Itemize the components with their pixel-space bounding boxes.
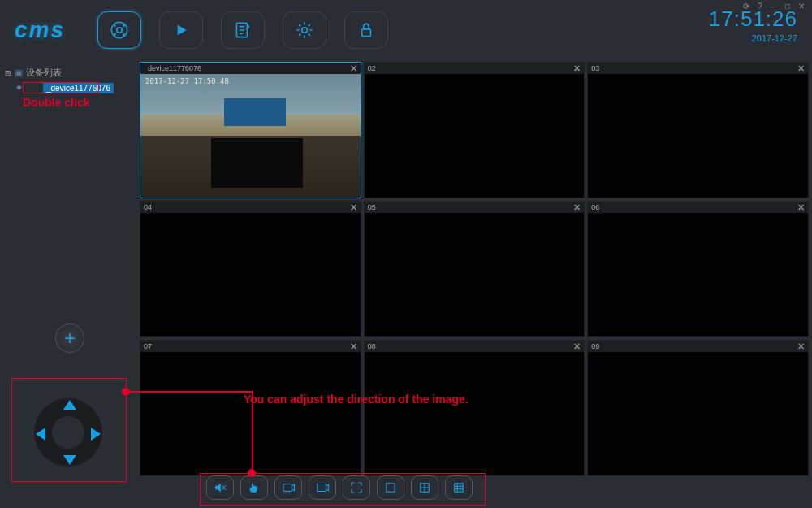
tile-close-icon[interactable]: ✕	[350, 341, 357, 352]
tile-close-icon[interactable]: ✕	[573, 341, 581, 352]
clock-time: 17:51:26	[709, 7, 797, 32]
svg-rect-11	[387, 484, 395, 493]
tile-label: 05	[368, 203, 376, 211]
mute-button[interactable]	[206, 475, 234, 500]
tile-close-icon[interactable]: ✕	[573, 202, 581, 213]
tree-device-item[interactable]: _device11776076	[43, 83, 114, 93]
tile-close-icon[interactable]: ✕	[797, 202, 805, 213]
svg-rect-9	[283, 484, 292, 492]
video-grid: _device11776076 ✕ 2017-12-27 17:50:48 02…	[140, 62, 809, 476]
add-device-button[interactable]: +	[55, 323, 84, 353]
folder-icon: ▣	[15, 67, 23, 78]
nav-log-button[interactable]	[221, 11, 265, 49]
video-tile-5[interactable]: 05✕	[364, 201, 585, 337]
video-osd: 2017-12-27 17:50:48	[145, 77, 229, 85]
tile-close-icon[interactable]: ✕	[350, 202, 357, 213]
nav-playback-button[interactable]	[159, 11, 203, 49]
tile-close-icon[interactable]: ✕	[350, 63, 357, 74]
ptz-left-button[interactable]	[36, 428, 45, 441]
tile-close-icon[interactable]: ✕	[573, 63, 581, 74]
camera-icon: ◆	[16, 83, 22, 91]
ptz-right-button[interactable]	[91, 428, 101, 441]
tree-root-label: 设备列表	[26, 67, 62, 79]
tile-label: 04	[144, 203, 152, 211]
record-button[interactable]	[309, 475, 336, 500]
window-close-icon[interactable]: ✕	[796, 1, 807, 11]
tile-label: 09	[591, 342, 599, 350]
layout-1-button[interactable]	[377, 475, 404, 500]
layout-4-button[interactable]	[411, 475, 438, 500]
video-tile-2[interactable]: 02✕	[364, 62, 585, 198]
tile-label: 03	[591, 64, 599, 72]
app-logo: cms	[15, 17, 65, 43]
clock-date: 2017-12-27	[709, 33, 797, 43]
svg-point-2	[114, 24, 116, 27]
nav-lock-button[interactable]	[344, 11, 388, 49]
pan-button[interactable]	[240, 475, 268, 500]
ptz-center[interactable]	[52, 416, 84, 449]
clock: 17:51:26 2017-12-27	[709, 7, 797, 43]
tile-label: _device11776076	[144, 64, 201, 72]
top-bar: cms ⟳ ? — □ ✕ 17:51:26 2017-12-27	[0, 0, 812, 60]
svg-point-0	[111, 22, 127, 38]
svg-rect-8	[362, 29, 371, 37]
svg-rect-13	[455, 484, 464, 493]
svg-point-1	[117, 28, 123, 33]
svg-point-3	[123, 24, 125, 27]
video-tile-8[interactable]: 08✕	[364, 340, 585, 476]
svg-point-5	[123, 33, 125, 36]
tree-root[interactable]: ⊟ ▣ 设备列表	[5, 67, 132, 79]
tile-label: 02	[368, 64, 376, 72]
video-tile-1[interactable]: _device11776076 ✕ 2017-12-27 17:50:48	[140, 62, 361, 198]
video-tile-6[interactable]: 06✕	[587, 201, 809, 337]
video-feed	[140, 74, 361, 198]
svg-point-7	[302, 28, 308, 33]
top-nav	[97, 11, 388, 49]
video-tile-7[interactable]: 07✕	[140, 340, 361, 476]
layout-9-button[interactable]	[445, 475, 473, 500]
tree-collapse-icon[interactable]: ⊟	[5, 69, 11, 77]
tile-close-icon[interactable]: ✕	[797, 341, 805, 352]
tile-header: _device11776076 ✕	[140, 63, 361, 74]
annotation-dot	[122, 388, 130, 396]
tile-label: 08	[368, 342, 376, 350]
ptz-up-button[interactable]	[63, 400, 76, 410]
video-tile-3[interactable]: 03✕	[587, 62, 809, 198]
nav-live-button[interactable]	[97, 11, 141, 49]
tile-close-icon[interactable]: ✕	[797, 63, 805, 74]
tile-label: 07	[144, 342, 152, 350]
bottom-toolbar	[200, 472, 479, 503]
ptz-control	[24, 389, 112, 476]
tile-label: 06	[591, 203, 599, 211]
video-tile-9[interactable]: 09✕	[587, 340, 809, 476]
ptz-down-button[interactable]	[63, 455, 76, 465]
svg-rect-10	[317, 484, 326, 492]
snapshot-button[interactable]	[274, 475, 302, 500]
nav-settings-button[interactable]	[283, 11, 326, 49]
fullscreen-button[interactable]	[343, 475, 370, 500]
svg-point-4	[114, 33, 116, 36]
video-tile-4[interactable]: 04✕	[140, 201, 361, 337]
